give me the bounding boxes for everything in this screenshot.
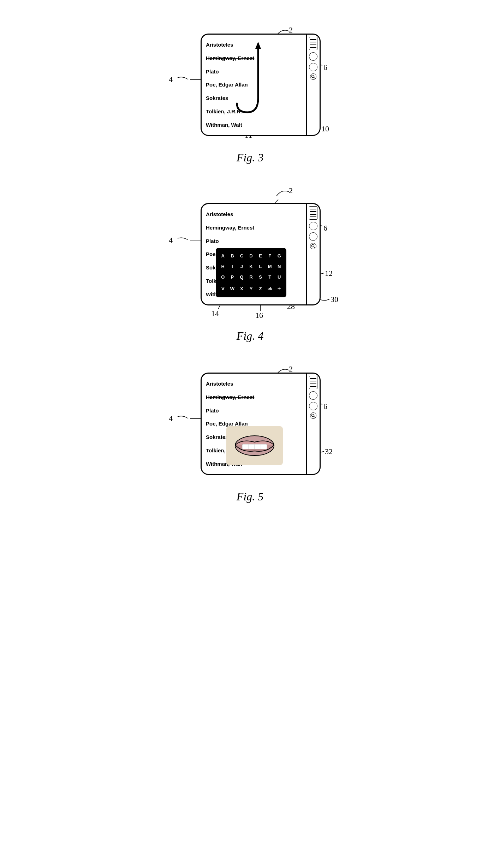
alpha-W[interactable]: W <box>230 286 234 291</box>
scrollbar-line <box>310 42 316 42</box>
list-item: Aristoteles <box>206 210 302 218</box>
fig3-ref2: 2 <box>289 25 293 34</box>
fig4-list: Aristoteles Hemingway, Ernest Plato Poe,… <box>202 204 307 304</box>
lips-icon <box>232 432 278 460</box>
scroll-button-mid[interactable] <box>309 402 317 410</box>
scroll-button-up[interactable] <box>309 391 317 400</box>
alpha-ok[interactable]: ok <box>268 286 272 291</box>
alpha-J[interactable]: J <box>240 264 243 269</box>
fig5-list: Aristoteles Hemingway, Ernest Plato Poe,… <box>202 374 307 474</box>
fig3-list: Aristoteles Hemingway, Ernest Plato Poe,… <box>202 35 307 135</box>
scrollbar-line <box>310 44 316 45</box>
alpha-L[interactable]: L <box>259 264 262 269</box>
alpha-R[interactable]: R <box>249 274 252 280</box>
svg-point-6 <box>312 75 314 78</box>
fig5-ref6: 6 <box>323 402 327 411</box>
fig4-ref4: 4 <box>169 236 173 244</box>
fig4-ref30: 30 <box>331 295 338 304</box>
scroll-button-search[interactable] <box>310 412 316 419</box>
alpha-M[interactable]: M <box>268 264 272 269</box>
list-item: Aristoteles <box>206 380 302 387</box>
alpha-K[interactable]: K <box>249 264 252 269</box>
fig4-ref2: 2 <box>289 186 293 195</box>
fig3-ref6: 6 <box>323 63 327 72</box>
fig4-ref16: 16 <box>255 311 263 320</box>
scroll-button-search[interactable] <box>310 243 316 249</box>
fig5-ref32: 32 <box>325 447 333 456</box>
fig3-scrollbar <box>307 35 320 135</box>
fig3-ref10: 10 <box>321 124 329 133</box>
figure-4-section: 2 4 6 12 14 16 28 <box>91 185 409 343</box>
list-item: Withman, Walt <box>206 121 302 129</box>
scrollbar-lines <box>309 37 317 50</box>
fig4-device-wrapper: 2 4 6 12 14 16 28 <box>91 185 409 323</box>
svg-line-28 <box>314 416 315 417</box>
scrollbar-line <box>310 39 316 40</box>
scrollbar-line <box>310 47 316 48</box>
fig4-ref6: 6 <box>323 224 327 232</box>
list-item: Plato <box>206 407 302 414</box>
fig3-device: Aristoteles Hemingway, Ernest Plato Poe,… <box>201 34 321 136</box>
alpha-Q[interactable]: Q <box>240 274 243 280</box>
scrollbar-line <box>310 214 316 215</box>
fig4-scrollbar <box>307 204 320 304</box>
alpha-S[interactable]: S <box>259 274 262 280</box>
alpha-plus[interactable]: + <box>278 285 281 292</box>
alpha-T[interactable]: T <box>268 274 271 280</box>
alpha-U[interactable]: U <box>278 274 281 280</box>
alpha-E[interactable]: E <box>259 253 262 258</box>
scrollbar-lines <box>309 376 317 389</box>
fig5-ref4: 4 <box>169 414 173 423</box>
scroll-button-up[interactable] <box>309 222 317 230</box>
scroll-button-mid[interactable] <box>309 63 317 71</box>
svg-marker-5 <box>255 42 261 49</box>
alpha-F[interactable]: F <box>268 253 271 258</box>
scrollbar-line <box>310 384 316 384</box>
svg-point-27 <box>312 414 314 417</box>
alpha-B[interactable]: B <box>231 253 234 258</box>
search-icon <box>311 414 315 418</box>
scrollbar-line <box>310 216 316 217</box>
fig5-ref2: 2 <box>289 364 293 373</box>
scroll-button-search[interactable] <box>310 73 316 80</box>
scrollbar-line <box>310 386 316 387</box>
alpha-D[interactable]: D <box>249 253 252 258</box>
fig4-ref14: 14 <box>211 309 219 318</box>
figure-3-section: 2 4 6 10 11 Aristoteles <box>91 25 409 164</box>
list-item: Hemingway, Ernest <box>206 393 302 401</box>
alpha-P[interactable]: P <box>231 274 234 280</box>
alpha-X[interactable]: X <box>240 286 243 291</box>
search-icon <box>311 244 315 248</box>
scrollbar-line <box>310 381 316 381</box>
alpha-A[interactable]: A <box>221 253 225 258</box>
fig5-device-wrapper: 2 4 6 32 Aristoteles Hemingway, Ernest P… <box>91 364 409 484</box>
alpha-H[interactable]: H <box>221 264 225 269</box>
fig5-device: Aristoteles Hemingway, Ernest Plato Poe,… <box>201 373 321 475</box>
scroll-button-mid[interactable] <box>309 232 317 241</box>
fig3-device-wrapper: 2 4 6 10 11 Aristoteles <box>91 25 409 145</box>
scrollbar-line <box>310 211 316 212</box>
alpha-I[interactable]: I <box>232 264 233 269</box>
list-item: Hemingway, Ernest <box>206 224 302 231</box>
alphabet-overlay[interactable]: A B C D E F G H I J K L M N O <box>216 248 286 297</box>
alpha-O[interactable]: O <box>221 274 225 280</box>
fig4-device: Aristoteles Hemingway, Ernest Plato Poe,… <box>201 203 321 305</box>
scroll-button-up[interactable] <box>309 52 317 61</box>
fig4-label: Fig. 4 <box>91 329 409 343</box>
voice-input-overlay[interactable] <box>226 426 283 465</box>
alpha-C[interactable]: C <box>240 253 243 258</box>
scrollbar-line <box>310 209 316 209</box>
alpha-Z[interactable]: Z <box>259 286 262 291</box>
fig3-gesture-svg <box>230 42 286 119</box>
alpha-V[interactable]: V <box>221 286 225 291</box>
alpha-N[interactable]: N <box>278 264 281 269</box>
list-item: Plato <box>206 237 302 245</box>
svg-line-17 <box>314 247 315 248</box>
alpha-G[interactable]: G <box>278 253 281 258</box>
fig4-ref12: 12 <box>325 269 333 278</box>
alpha-Y[interactable]: Y <box>250 286 253 291</box>
svg-line-7 <box>314 77 315 78</box>
svg-point-16 <box>312 245 314 247</box>
fig5-scrollbar <box>307 374 320 474</box>
fig5-label: Fig. 5 <box>91 490 409 503</box>
